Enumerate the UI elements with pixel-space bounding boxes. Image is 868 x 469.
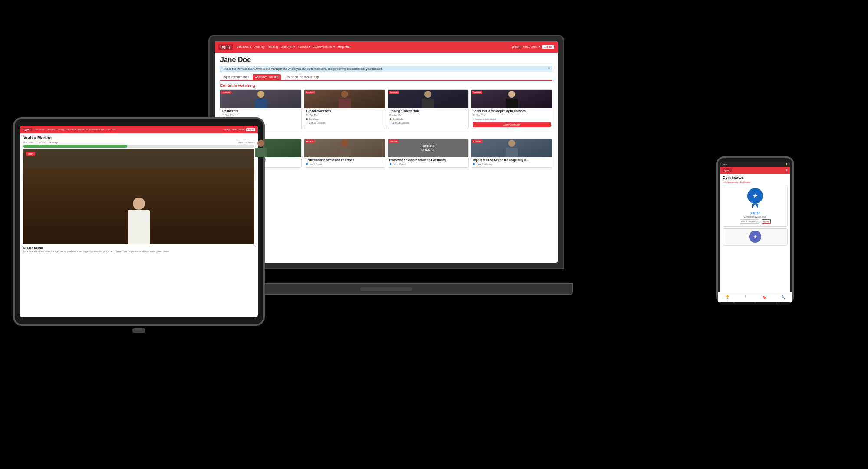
phone-nav-bookmarked[interactable]: 🔖 (762, 295, 766, 299)
compliance-card-2[interactable]: LESSON Understanding stress and its effe… (304, 139, 385, 168)
phone-page-title: Certificates (723, 175, 788, 180)
embrace-change-text: EMBRACECHANGE (421, 144, 436, 152)
phone-nav-explore[interactable]: 🔍 (781, 295, 785, 299)
phone-device: ●●● 🔋 typsy ≡ Certificates < Achievement… (716, 156, 794, 304)
phone-cert-logo1: Virtual Hospitality (740, 219, 759, 224)
phone-nav-trophies[interactable]: 🏆 (725, 295, 730, 299)
tab-typsy-recommends[interactable]: Typsy recommends (220, 74, 252, 80)
t-nav-dashboard[interactable]: Dashboard (35, 128, 45, 131)
t-nav-helphub[interactable]: Help Hub (106, 128, 115, 131)
phone-cert-circle-1: ★ (747, 188, 763, 204)
tablet-bartender-bg: typsy (23, 149, 254, 244)
compliance-card-2-instructor: Laura Green (309, 162, 322, 166)
tablet-instructor: Erik Lorincz (23, 141, 35, 144)
phone-cert-star-2: ★ (753, 234, 757, 239)
continue-watching-title: Continue watching (220, 83, 552, 88)
t-nav-journey[interactable]: Journey (47, 128, 55, 131)
phone-cert-logo2: typsy (762, 219, 771, 224)
phone-menu-icon[interactable]: ≡ (786, 168, 788, 172)
phone-nav-achievements[interactable]: 🎖 (744, 295, 747, 299)
user-name[interactable]: Hello, Jane ▾ (523, 45, 540, 49)
watch-card-3[interactable]: COURSE Training fundamentals ⏱46m 36s 🎓C… (388, 89, 469, 129)
laptop-content: Jane Doe This is the Member site. Switch… (215, 53, 558, 175)
watch-card-3-duration: 46m 36s (392, 113, 401, 117)
watch-card-2-cert: Certificate (309, 117, 320, 121)
watch-card-3-cert: Certificate (393, 117, 404, 121)
earn-certificate-button[interactable]: Earn Certificate (473, 122, 551, 127)
phone-signal: ●●● (723, 163, 727, 165)
nav-dashboard[interactable]: Dashboard (237, 45, 251, 49)
compliance-card-3[interactable]: EMBRACECHANGE LESSON Promoting change in… (388, 139, 469, 168)
compliance-title: Compliance (220, 132, 552, 137)
compliance-card-3-title: Promoting change in health and wellbeing (389, 159, 467, 162)
tablet-logo: typsy (23, 128, 32, 131)
banner-close-icon[interactable]: ✕ (548, 67, 550, 70)
laptop-screen: typsy Dashboard Journey Training Discove… (215, 41, 558, 263)
watch-card-2[interactable]: COURSE Alcohol awareness ⏱45m 12s 🎓Certi… (304, 89, 385, 129)
info-banner: This is the Member site. Switch to the M… (220, 66, 552, 72)
t-user-name[interactable]: Hello, Jane ▾ (232, 128, 244, 131)
tab-assigned-training[interactable]: Assigned training (253, 74, 281, 80)
compliance-card-4-title: Impact of COVID-19 on the hospitality in… (473, 159, 551, 162)
tablet-progress-bar (23, 145, 254, 148)
phone-cert-name-1: GDPR (726, 211, 785, 215)
watch-cards: COURSE Tea mastery ⏱56m 11s 🎓Certificate… (220, 89, 552, 129)
tab-download-app[interactable]: Download the mobile app (282, 74, 321, 80)
phone-certificate-2[interactable]: ★ (723, 228, 788, 246)
page-title: Jane Doe (220, 56, 552, 64)
tablet-lesson-meta: Erik Lorincz 2m 30s Beverage Share this … (23, 141, 254, 144)
compliance-cards: LESSON Industry demands and wellbeing 👤L… (220, 139, 552, 168)
compliance-card-3-badge: LESSON (389, 140, 398, 143)
t-logout-button[interactable]: Logout (246, 128, 255, 131)
laptop-navbar: typsy Dashboard Journey Training Discove… (215, 41, 558, 53)
compliance-card-4-image: LESSON (471, 139, 552, 157)
nav-reports[interactable]: Reports ▾ (298, 45, 311, 49)
laptop-nav-items: Dashboard Journey Training Discover ▾ Re… (237, 45, 509, 49)
logout-button[interactable]: Logout (542, 45, 554, 49)
explore-icon: 🔍 (781, 295, 785, 299)
watch-card-3-image: COURSE (388, 90, 469, 108)
tablet-lesson-details-title: Lesson Details (23, 246, 254, 249)
nav-journey[interactable]: Journey (254, 45, 265, 49)
nav-achievements[interactable]: Achievements ▾ (313, 45, 335, 49)
tablet-lesson-description: It's a cocktail that has lasted the ages… (23, 250, 254, 253)
t-nav-achievements[interactable]: Achievements ▾ (89, 128, 105, 131)
watch-card-4[interactable]: COURSE Social media for hospitality busi… (471, 89, 552, 129)
nav-discover[interactable]: Discover ▾ (281, 45, 295, 49)
compliance-card-3-image: EMBRACECHANGE LESSON (388, 139, 469, 157)
t-nav-discover[interactable]: Discover ▾ (66, 128, 76, 131)
phone-breadcrumb[interactable]: < Achievements / Certificates (723, 181, 788, 183)
watch-card-4-title: Social media for hospitality businesses (473, 109, 551, 112)
watch-card-4-image: COURSE (471, 90, 552, 108)
banner-text: This is the Member site. Switch to the M… (223, 67, 383, 70)
watch-card-2-image: COURSE (304, 90, 385, 108)
compliance-card-2-image: LESSON (304, 139, 385, 157)
watch-card-1-title: Tea mastery (222, 109, 300, 112)
compliance-card-4-instructor: Zara Madrusan (476, 162, 492, 166)
nav-helphub[interactable]: Help Hub (338, 45, 350, 49)
compliance-card-2-title: Understanding stress and its effects (306, 159, 384, 162)
nav-training[interactable]: Training (267, 45, 278, 49)
watch-card-1-duration: 56m 11s (225, 113, 234, 117)
t-nav-reports[interactable]: Reports ▾ (78, 128, 88, 131)
phone-certificate-1[interactable]: ★ GDPR Completed 02 Jul 2020 Virtual Hos… (723, 185, 788, 227)
phone-cert-star-1: ★ (753, 192, 758, 199)
watch-card-2-lessons: 2 of 13 Lessons (309, 121, 326, 125)
tablet-home-button[interactable] (132, 328, 145, 333)
tablet-nav-items: Dashboard Journey Training Discover ▾ Re… (35, 128, 222, 131)
t-nav-training[interactable]: Training (56, 128, 64, 131)
phone-body: ●●● 🔋 typsy ≡ Certificates < Achievement… (716, 156, 794, 304)
phone-screen: ●●● 🔋 typsy ≡ Certificates < Achievement… (720, 162, 790, 299)
tablet-watermark: typsy (26, 152, 35, 156)
phone-content: Certificates < Achievements / Certificat… (720, 174, 790, 259)
compliance-card-1-image: LESSON (220, 139, 301, 157)
phone-cert-ribbon-1: ★ (746, 188, 764, 210)
tablet-lesson-video[interactable]: typsy (23, 149, 254, 244)
trophy-icon: 🏆 (725, 295, 730, 299)
compliance-card-4[interactable]: LESSON Impact of COVID-19 on the hospita… (471, 139, 552, 168)
phone-battery: 🔋 (785, 163, 788, 165)
laptop-nav-right: (PRO) Hello, Jane ▾ Logout (512, 45, 554, 49)
watch-card-4-lessons-completed: Lessons completed (475, 117, 496, 121)
watch-card-3-lessons: 1 of 13 Lessons (393, 121, 410, 125)
tablet-nav-right: (PRO) Hello, Jane ▾ Logout (224, 128, 255, 131)
